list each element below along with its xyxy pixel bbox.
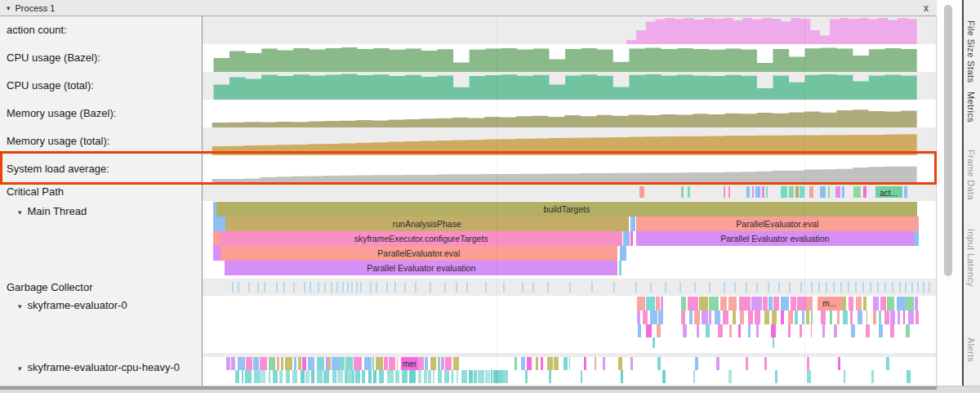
slice[interactable]: Parallel Evaluator evaluation xyxy=(636,231,914,246)
slice[interactable] xyxy=(619,261,621,275)
slice[interactable] xyxy=(746,186,750,198)
slice[interactable] xyxy=(844,370,846,383)
counter-track[interactable] xyxy=(203,127,936,155)
slice[interactable] xyxy=(728,186,730,198)
slice[interactable] xyxy=(904,186,907,198)
slice[interactable] xyxy=(873,310,876,324)
slice[interactable] xyxy=(728,370,732,383)
slice[interactable] xyxy=(269,370,270,383)
slice[interactable] xyxy=(681,186,684,198)
track-label[interactable]: Garbage Collector xyxy=(0,279,203,296)
slice[interactable] xyxy=(418,370,421,383)
slice[interactable] xyxy=(781,186,787,198)
slice[interactable] xyxy=(503,370,508,383)
collapse-icon[interactable]: ▾ xyxy=(7,4,11,12)
vertical-scrollbar[interactable] xyxy=(938,0,962,393)
slice[interactable] xyxy=(302,370,304,383)
slice[interactable] xyxy=(395,370,399,383)
slice[interactable] xyxy=(866,324,870,337)
slice[interactable] xyxy=(469,370,473,383)
slice[interactable] xyxy=(433,370,435,383)
tab-frame-data[interactable]: Frame Data xyxy=(966,150,976,200)
slice[interactable] xyxy=(213,246,220,261)
slice[interactable] xyxy=(879,310,881,324)
cpu-heavy-track[interactable]: mer xyxy=(203,357,936,386)
slice[interactable] xyxy=(853,186,861,198)
slice[interactable] xyxy=(653,337,655,348)
counter-track[interactable] xyxy=(203,44,936,72)
slice[interactable] xyxy=(788,324,791,337)
slice[interactable] xyxy=(485,370,490,383)
slice[interactable] xyxy=(837,310,840,324)
slice[interactable] xyxy=(890,324,895,337)
slice[interactable]: mer xyxy=(401,357,418,370)
slice[interactable] xyxy=(332,370,337,383)
process-header[interactable]: ▾ Process 1 x xyxy=(0,0,937,16)
slice[interactable]: buildTargets xyxy=(216,202,917,217)
slice[interactable] xyxy=(474,370,478,383)
slice[interactable]: m... xyxy=(817,297,842,310)
slice[interactable] xyxy=(807,370,811,383)
slice[interactable] xyxy=(693,370,695,383)
slice[interactable] xyxy=(355,370,360,383)
horizontal-scrollbar-thumb[interactable] xyxy=(0,386,937,390)
counter-label[interactable]: Memory usage (total): xyxy=(0,127,203,155)
slice[interactable] xyxy=(788,310,793,324)
slice[interactable] xyxy=(213,231,220,246)
slice[interactable] xyxy=(379,370,384,383)
tab-metrics[interactable]: Metrics xyxy=(966,92,976,123)
track-label[interactable]: ▾Main Thread xyxy=(0,201,203,279)
slice[interactable] xyxy=(347,370,352,383)
slice[interactable] xyxy=(352,370,354,383)
slice[interactable] xyxy=(789,186,794,198)
counter-track[interactable] xyxy=(203,155,936,183)
slice[interactable] xyxy=(491,370,492,383)
slice[interactable] xyxy=(806,310,809,324)
slice[interactable] xyxy=(452,370,454,383)
slice[interactable] xyxy=(428,370,431,383)
main-thread-track[interactable]: buildTargets runAnalysisPhaseParallelEva… xyxy=(203,201,936,279)
slice[interactable] xyxy=(683,324,687,337)
slice[interactable] xyxy=(368,370,372,383)
slice[interactable] xyxy=(646,324,652,337)
slice[interactable] xyxy=(914,231,919,246)
slice[interactable] xyxy=(775,370,777,383)
counter-label[interactable]: CPU usage (total): xyxy=(0,72,203,100)
slice[interactable]: Parallel Evaluator evaluation xyxy=(225,261,617,275)
slice[interactable] xyxy=(771,324,776,337)
collapse-icon[interactable]: ▾ xyxy=(18,364,22,373)
tab-file-size-stats[interactable]: File Size Stats xyxy=(966,20,976,83)
slice[interactable] xyxy=(843,310,848,324)
slice[interactable] xyxy=(362,370,365,383)
slice[interactable] xyxy=(906,324,910,337)
slice[interactable] xyxy=(851,324,856,337)
slice[interactable] xyxy=(811,310,813,324)
slice[interactable] xyxy=(748,310,754,324)
slice[interactable] xyxy=(828,186,830,198)
slice[interactable] xyxy=(821,310,826,324)
slice[interactable] xyxy=(639,186,644,198)
slice[interactable] xyxy=(444,370,449,383)
slice[interactable] xyxy=(681,310,686,324)
slice[interactable] xyxy=(709,310,712,324)
slice[interactable] xyxy=(658,310,663,324)
slice[interactable] xyxy=(702,310,708,324)
close-icon[interactable]: x xyxy=(924,2,929,14)
horizontal-scrollbar[interactable] xyxy=(0,386,980,393)
slice[interactable] xyxy=(213,217,225,231)
slice[interactable] xyxy=(748,324,751,337)
slice[interactable]: ParallelEvaluator.eval xyxy=(220,246,617,261)
slice[interactable] xyxy=(688,186,690,198)
slice[interactable] xyxy=(830,310,832,324)
slice[interactable] xyxy=(834,324,837,337)
slice[interactable] xyxy=(242,370,243,383)
skyframe-evaluator-0-track[interactable]: m... xyxy=(203,296,936,353)
slice[interactable] xyxy=(662,370,665,383)
slice[interactable] xyxy=(755,186,760,198)
slice[interactable] xyxy=(697,324,699,337)
slice[interactable]: skyframeExecutor.configureTargets xyxy=(220,231,622,246)
slice[interactable] xyxy=(871,370,875,383)
slice[interactable] xyxy=(373,370,377,383)
vertical-scrollbar-thumb[interactable] xyxy=(944,5,952,276)
slice[interactable] xyxy=(279,370,283,383)
